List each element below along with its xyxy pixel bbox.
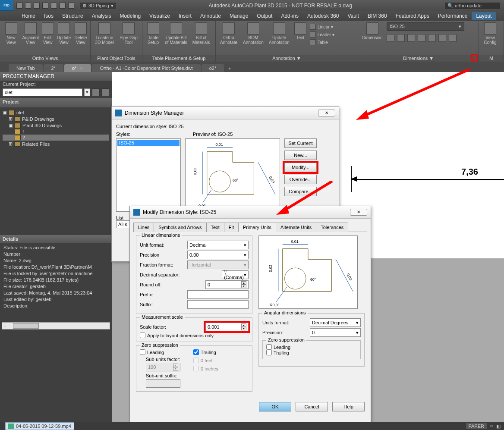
precision-combo[interactable]: 0.00▾ xyxy=(187,251,249,259)
dim-icon-5[interactable] xyxy=(428,34,436,42)
leading-checkbox[interactable] xyxy=(140,349,145,355)
menu-a360[interactable]: Autodesk 360 xyxy=(303,12,343,20)
qat-saveas-icon[interactable] xyxy=(42,3,48,9)
details-scrollbar[interactable]: ◄ xyxy=(2,322,110,330)
round-input[interactable]: 0▲▼ xyxy=(205,280,249,289)
styles-list[interactable]: ISO-25 xyxy=(116,138,181,212)
menu-modeling[interactable]: Modeling xyxy=(115,12,145,20)
menu-visualize[interactable]: Visualize xyxy=(145,12,174,20)
menu-isos[interactable]: Isos xyxy=(40,12,58,20)
tab-ortho[interactable]: Ortho - A1 -Color Dependent Plot Styles.… xyxy=(92,64,200,72)
menu-vault[interactable]: Vault xyxy=(343,12,363,20)
taskbar-file[interactable]: 04-05-2015 09-12-59.mp4 xyxy=(5,422,74,430)
tab-new[interactable]: New Tab xyxy=(9,64,43,72)
proj-tool-icon[interactable] xyxy=(103,99,109,105)
tab-add[interactable]: + xyxy=(225,65,234,72)
btn-view-config[interactable]: View Config xyxy=(482,22,499,45)
btn-leader[interactable]: Leader ▾ xyxy=(310,31,334,38)
menu-analysis[interactable]: Analysis xyxy=(88,12,116,20)
menu-performance[interactable]: Performance xyxy=(434,12,472,20)
dim-icon-3[interactable] xyxy=(407,34,415,42)
prefix-input[interactable] xyxy=(187,290,249,299)
workspace-combo[interactable]: ⚙ 3D Piping ▾ xyxy=(79,2,117,9)
tab-close-icon[interactable]: ✕ xyxy=(80,66,83,71)
qat-open-icon[interactable] xyxy=(25,3,31,9)
menu-manage[interactable]: Manage xyxy=(225,12,252,20)
qat-undo-icon[interactable] xyxy=(60,3,66,9)
btn-adjacent-view[interactable]: Adjacent View xyxy=(22,22,39,45)
tab-alternate[interactable]: Alternate Units xyxy=(276,223,316,232)
new-button[interactable]: New... xyxy=(284,151,317,160)
dim-icon-2[interactable] xyxy=(397,34,405,42)
status-icon[interactable]: ⌗ xyxy=(490,424,493,429)
btn-bom-annotation[interactable]: BOM Annotation xyxy=(242,22,265,45)
btn-delete-view[interactable]: Delete View xyxy=(74,22,88,45)
ang-leading-checkbox[interactable] xyxy=(266,344,272,350)
chevron-down-icon[interactable]: ▾ xyxy=(84,88,90,96)
menu-home[interactable]: Home xyxy=(17,12,40,20)
modify-button[interactable]: Modify... xyxy=(284,163,317,172)
dim-style-combo[interactable]: ISO-25▾ xyxy=(387,22,464,31)
qat-plot-icon[interactable] xyxy=(51,3,57,9)
menu-structure[interactable]: Structure xyxy=(58,12,88,20)
refresh-icon[interactable] xyxy=(92,88,100,96)
override-button[interactable]: Override... xyxy=(284,175,317,184)
compare-button[interactable]: Compare... xyxy=(284,187,317,196)
btn-dimension[interactable]: Dimension xyxy=(361,22,384,40)
btn-table-setup[interactable]: Table Setup xyxy=(145,22,161,45)
panel-expand-button[interactable] xyxy=(471,54,478,61)
current-project-combo[interactable] xyxy=(3,88,82,96)
btn-table[interactable]: Table xyxy=(310,39,334,46)
btn-linear[interactable]: Linear ▾ xyxy=(310,23,334,30)
status-icon[interactable]: ◧ xyxy=(496,424,501,429)
tab-primary-units[interactable]: Primary Units xyxy=(238,223,276,232)
tab-tolerances[interactable]: Tolerances xyxy=(316,223,348,232)
tab-o2[interactable]: o2* xyxy=(202,64,224,72)
ang-format-combo[interactable]: Decimal Degrees▾ xyxy=(310,318,361,327)
space-toggle[interactable]: PAPER xyxy=(466,423,487,429)
menu-layout[interactable]: Layout xyxy=(472,12,496,20)
btn-pipe-gap[interactable]: Pipe Gap Tool xyxy=(118,22,139,45)
close-icon[interactable]: ✕ xyxy=(318,110,335,116)
tab-symbols[interactable]: Symbols and Arrows xyxy=(154,223,206,232)
scale-factor-input[interactable]: 0.001▲▼ xyxy=(205,323,249,331)
unit-format-combo[interactable]: Decimal▾ xyxy=(187,241,249,249)
trailing-checkbox[interactable] xyxy=(193,349,199,355)
btn-bom[interactable]: Bill of Materials xyxy=(191,22,211,45)
close-icon[interactable]: ✕ xyxy=(350,209,367,216)
group-annotation[interactable]: Annotation ▼ xyxy=(216,55,358,62)
suffix-input[interactable] xyxy=(187,300,249,309)
qat-new-icon[interactable] xyxy=(16,3,22,9)
btn-edit-view[interactable]: Edit View xyxy=(41,22,54,45)
ok-button[interactable]: OK xyxy=(259,402,291,411)
dim-icon-1[interactable] xyxy=(387,34,394,42)
dim-icon-7[interactable] xyxy=(449,34,457,42)
gear-icon[interactable] xyxy=(101,88,109,96)
tab-2[interactable]: 2* xyxy=(44,64,63,72)
qat-save-icon[interactable] xyxy=(34,3,40,9)
qat-redo-icon[interactable] xyxy=(68,3,74,9)
dim-icon-6[interactable] xyxy=(438,34,446,42)
btn-locate-3d[interactable]: Locate in 3D Model xyxy=(93,22,116,45)
cancel-button[interactable]: Cancel xyxy=(296,402,328,411)
btn-ortho-annotate[interactable]: Ortho Annotate xyxy=(218,22,239,45)
menu-annotate[interactable]: Annotate xyxy=(196,12,225,20)
menu-addins[interactable]: Add-ins xyxy=(277,12,303,20)
tab-lines[interactable]: Lines xyxy=(133,223,154,232)
apply-layout-checkbox[interactable] xyxy=(140,333,145,338)
project-tree[interactable]: ▣olet ⊞P&ID Drawings ▣Plant 3D Drawings … xyxy=(0,107,112,149)
help-button[interactable]: Help xyxy=(332,402,365,411)
menu-featured[interactable]: Featured Apps xyxy=(391,12,434,20)
btn-update-bom[interactable]: Update Bill of Materials xyxy=(164,22,188,45)
btn-new-view[interactable]: New View xyxy=(3,22,19,45)
btn-update-view[interactable]: Update View xyxy=(57,22,71,45)
btn-update-annotation[interactable]: Update Annotation xyxy=(268,22,291,45)
ang-precision-combo[interactable]: 0▾ xyxy=(310,328,361,337)
group-dimensions[interactable]: Dimensions ▼ xyxy=(358,55,479,62)
menu-bim360[interactable]: BIM 360 xyxy=(363,12,391,20)
set-current-button[interactable]: Set Current xyxy=(284,138,317,148)
btn-text[interactable]: Text xyxy=(293,22,307,40)
tab-text[interactable]: Text xyxy=(206,223,224,232)
dec-sep-combo[interactable]: ',' (Comma)▾ xyxy=(222,270,249,279)
menu-insert[interactable]: Insert xyxy=(174,12,196,20)
